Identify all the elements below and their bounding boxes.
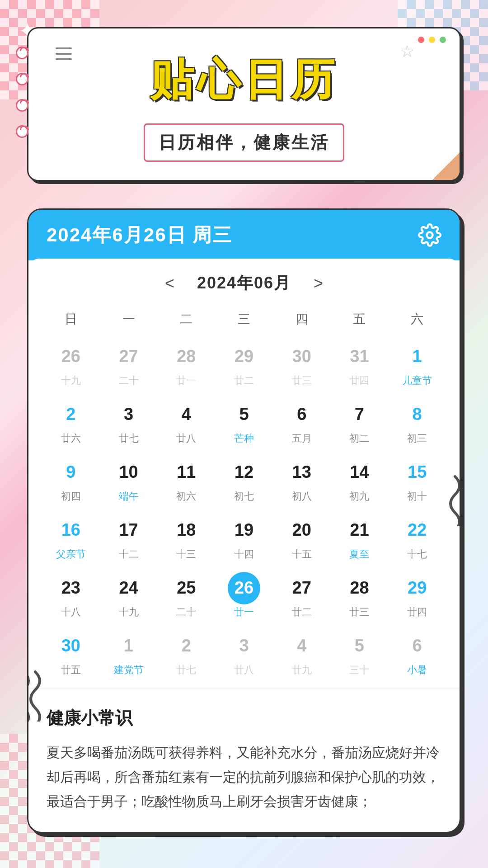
calendar-day[interactable]: 20十五 [273,509,331,567]
dow-sun: 日 [42,307,100,331]
calendar-day[interactable]: 11初六 [157,452,215,509]
health-section: 健康小常识 夏天多喝番茄汤既可获得养料，又能补充水分，番茄汤应烧好并冷却后再喝，… [28,688,460,832]
calendar-day[interactable]: 3廿八 [215,625,273,683]
next-month-button[interactable]: > [314,274,323,293]
calendar-day[interactable]: 4廿八 [157,394,215,452]
calendar-day[interactable]: 8初三 [388,394,446,452]
calendar-day[interactable]: 29廿四 [388,567,446,625]
ring-3 [16,99,28,112]
calendar-day[interactable]: 23十八 [42,567,100,625]
dot-yellow [429,37,435,43]
window-dots [418,37,446,43]
calendar-day[interactable]: 6五月 [273,394,331,452]
subtitle-box: 日历相伴，健康生活 [144,123,344,162]
calendar-header: 2024年6月26日 周三 [28,210,460,260]
calendar-day[interactable]: 1建党节 [100,625,158,683]
ring-1 [16,47,28,59]
header-card: ☆ 贴心日历 日历相伴，健康生活 [27,27,461,181]
calendar-day[interactable]: 22十七 [388,509,446,567]
ring-2 [16,73,28,85]
calendar-grid: 26十九27二十28廿一29廿二30廿三31廿四1儿童节2廿六3廿七4廿八5芒种… [42,336,446,683]
dow-sat: 六 [388,307,446,331]
calendar-day[interactable]: 28廿三 [331,567,389,625]
dow-fri: 五 [331,307,389,331]
wave-right-decoration [446,472,461,528]
ring-4 [16,125,28,138]
dow-tue: 二 [157,307,215,331]
settings-icon[interactable] [418,223,441,247]
dow-thu: 四 [273,307,331,331]
ring-binder [16,47,28,138]
calendar-day[interactable]: 29廿二 [215,336,273,394]
calendar-day[interactable]: 5芒种 [215,394,273,452]
calendar-day[interactable]: 2廿七 [157,625,215,683]
calendar-day[interactable]: 17十二 [100,509,158,567]
svg-point-0 [427,232,433,238]
calendar-day[interactable]: 26十九 [42,336,100,394]
calendar-day[interactable]: 21夏至 [331,509,389,567]
app-title: 贴心日历 [47,51,441,110]
calendar-day[interactable]: 15初十 [388,452,446,509]
calendar-day[interactable]: 2廿六 [42,394,100,452]
calendar-day[interactable]: 7初二 [331,394,389,452]
star-decoration: ☆ [400,42,414,61]
calendar-day[interactable]: 1儿童节 [388,336,446,394]
calendar-card: 2024年6月26日 周三 < 2024年06月 > 日 一 二 三 四 五 [27,208,461,833]
calendar-day[interactable]: 13初八 [273,452,331,509]
calendar-day[interactable]: 12初七 [215,452,273,509]
calendar-day[interactable]: 5三十 [331,625,389,683]
calendar-day[interactable]: 3廿七 [100,394,158,452]
health-text: 夏天多喝番茄汤既可获得养料，又能补充水分，番茄汤应烧好并冷却后再喝，所含番茄红素… [47,741,441,814]
calendar-day[interactable]: 10端午 [100,452,158,509]
calendar-day[interactable]: 14初九 [331,452,389,509]
calendar-day[interactable]: 25二十 [157,567,215,625]
dot-green [440,37,446,43]
wave-left-decoration [27,667,51,723]
calendar-day[interactable]: 18十三 [157,509,215,567]
calendar-day[interactable]: 6小暑 [388,625,446,683]
calendar-day[interactable]: 27廿二 [273,567,331,625]
calendar-day[interactable]: 31廿四 [331,336,389,394]
corner-fold [432,153,460,180]
calendar-body: < 2024年06月 > 日 一 二 三 四 五 六 26十九27二十28廿一2… [28,259,460,683]
title-decoration-lines [56,47,72,60]
prev-month-button[interactable]: < [165,274,174,293]
app-subtitle: 日历相伴，健康生活 [159,133,329,152]
dow-wed: 三 [215,307,273,331]
calendar-day[interactable]: 24十九 [100,567,158,625]
calendar-current-date: 2024年6月26日 周三 [47,222,232,248]
calendar-day[interactable]: 9初四 [42,452,100,509]
health-title: 健康小常识 [47,707,441,730]
calendar-day[interactable]: 28廿一 [157,336,215,394]
month-label: 2024年06月 [197,272,291,294]
dot-red [418,37,424,43]
calendar-day[interactable]: 19十四 [215,509,273,567]
days-of-week-row: 日 一 二 三 四 五 六 [42,307,446,331]
calendar-day[interactable]: 4廿九 [273,625,331,683]
calendar-day[interactable]: 26廿一 [215,567,273,625]
month-navigation: < 2024年06月 > [42,272,446,294]
calendar-day[interactable]: 27二十 [100,336,158,394]
calendar-day[interactable]: 16父亲节 [42,509,100,567]
dow-mon: 一 [100,307,158,331]
calendar-day[interactable]: 30廿三 [273,336,331,394]
